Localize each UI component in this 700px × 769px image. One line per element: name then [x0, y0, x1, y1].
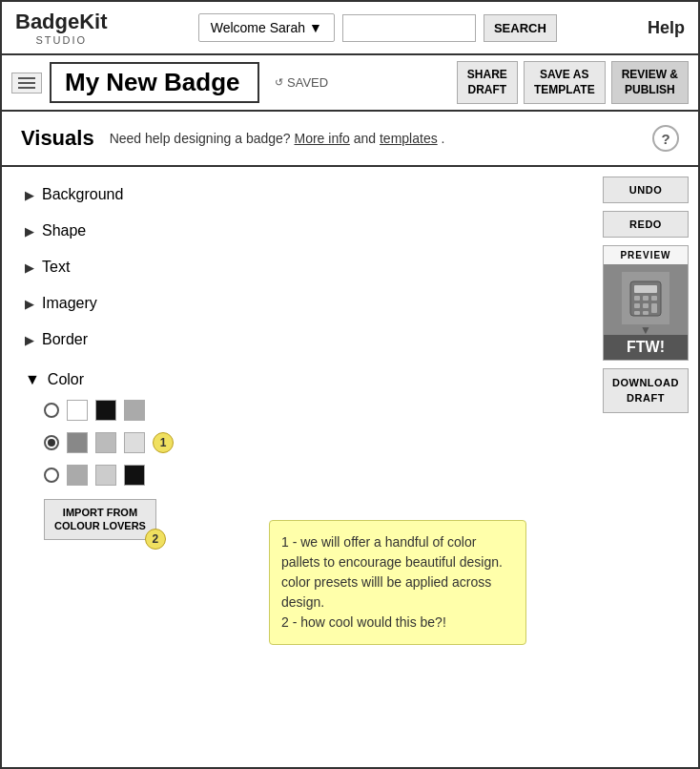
hamburger-menu-icon[interactable]: [11, 73, 42, 94]
undo-button[interactable]: UNDO: [603, 177, 689, 203]
help-button[interactable]: Help: [648, 18, 685, 38]
right-panel: UNDO REDO PREVIEW: [593, 167, 698, 711]
help-prefix: Need help designing a badge?: [110, 131, 291, 146]
more-info-link[interactable]: More info: [294, 131, 349, 146]
text-section[interactable]: ▶ Text: [21, 249, 574, 285]
logo-name: BadgeKit: [15, 10, 108, 34]
dropdown-arrow-icon: ▼: [309, 20, 322, 35]
top-bar: BadgeKit STUDIO Welcome Sarah ▼ SEARCH H…: [2, 2, 698, 55]
import-btn-area: IMPORT FROMCOLOUR LOVERS 2: [44, 499, 156, 540]
import-from-colour-lovers-button[interactable]: IMPORT FROMCOLOUR LOVERS: [44, 499, 156, 540]
badge-title[interactable]: My New Badge: [50, 62, 259, 103]
welcome-dropdown[interactable]: Welcome Sarah ▼: [198, 13, 335, 42]
toolbar-right: SHAREDRAFT SAVE ASTEMPLATE REVIEW &PUBLI…: [457, 61, 689, 104]
import-badge-2: 2: [145, 529, 166, 550]
svg-rect-1: [634, 285, 657, 293]
menu-line: [18, 77, 35, 79]
imagery-label: Imagery: [42, 295, 97, 312]
menu-line: [18, 87, 35, 89]
border-label: Border: [42, 331, 88, 348]
save-as-template-button[interactable]: SAVE ASTEMPLATE: [524, 61, 606, 104]
swatch-3-1: [67, 465, 88, 486]
svg-rect-7: [651, 303, 657, 313]
palette-radio-3[interactable]: [44, 468, 59, 483]
swatch-3-3: [124, 465, 145, 486]
color-label: Color: [48, 371, 84, 388]
palette-row-2: 1: [44, 426, 570, 459]
palette-radio-1[interactable]: [44, 403, 59, 418]
swatch-3-2: [95, 465, 116, 486]
preview-label: PREVIEW: [616, 246, 674, 264]
swatch-2-3: [124, 432, 145, 453]
swatch-2-1: [67, 432, 88, 453]
preview-box: PREVIEW FTW!: [603, 245, 689, 361]
color-section: ▼ Color 1: [21, 358, 574, 548]
top-center: Welcome Sarah ▼ SEARCH: [198, 13, 557, 42]
svg-rect-6: [643, 303, 649, 308]
palette-radio-2[interactable]: [44, 435, 59, 450]
shape-arrow-icon: ▶: [25, 224, 34, 239]
main-content: ▶ Background ▶ Shape ▶ Text ▶ Imagery ▶ …: [2, 167, 698, 711]
svg-rect-3: [643, 296, 649, 301]
download-line1: DOWNLOAD: [612, 377, 679, 388]
templates-link[interactable]: templates: [380, 131, 438, 146]
color-arrow-icon: ▼: [25, 371, 40, 388]
tooltip-text: 1 - we will offer a handful of color pal…: [281, 534, 503, 630]
search-input[interactable]: [342, 14, 476, 42]
redo-button[interactable]: REDO: [603, 211, 689, 238]
imagery-section[interactable]: ▶ Imagery: [21, 285, 574, 322]
logo-area: BadgeKit STUDIO: [15, 10, 108, 46]
swatch-1-2: [95, 400, 116, 421]
search-button[interactable]: SEARCH: [484, 14, 557, 42]
saved-icon: ↺: [275, 76, 283, 89]
saved-status: ↺ SAVED: [275, 75, 328, 90]
shape-section[interactable]: ▶ Shape: [21, 213, 574, 249]
svg-rect-8: [634, 311, 640, 315]
background-section[interactable]: ▶ Background: [21, 177, 574, 213]
logo-sub: STUDIO: [15, 34, 108, 46]
border-arrow-icon: ▶: [25, 333, 34, 347]
download-draft-button[interactable]: DOWNLOAD DRAFT: [603, 368, 689, 413]
preview-ftw-label: FTW!: [604, 335, 688, 360]
swatch-1-1: [67, 400, 88, 421]
tooltip: 1 - we will offer a handful of color pal…: [269, 520, 526, 645]
review-publish-button[interactable]: REVIEW &PUBLISH: [611, 61, 689, 104]
svg-rect-4: [651, 296, 657, 301]
calculator-icon: [622, 272, 669, 324]
saved-text: SAVED: [287, 75, 328, 90]
visuals-header: Visuals Need help designing a badge? Mor…: [2, 112, 698, 167]
palette-row-1: [44, 394, 570, 426]
menu-line: [18, 82, 35, 84]
color-palettes: 1: [44, 394, 570, 491]
visuals-title: Visuals: [21, 126, 94, 151]
palette-row-3: [44, 459, 570, 491]
svg-rect-9: [643, 311, 649, 315]
text-arrow-icon: ▶: [25, 260, 34, 275]
swatch-2-2: [95, 432, 116, 453]
calc-svg: [628, 280, 663, 318]
svg-rect-2: [634, 296, 640, 301]
download-line2: DRAFT: [627, 392, 665, 404]
and-text: and: [354, 131, 376, 146]
help-circle-icon[interactable]: ?: [652, 125, 679, 152]
period: .: [442, 131, 445, 146]
left-panel: ▶ Background ▶ Shape ▶ Text ▶ Imagery ▶ …: [2, 167, 593, 711]
visuals-help-text: Need help designing a badge? More info a…: [110, 131, 445, 146]
background-label: Background: [42, 186, 123, 203]
imagery-arrow-icon: ▶: [25, 297, 34, 311]
share-draft-button[interactable]: SHAREDRAFT: [457, 61, 518, 104]
swatch-1-3: [124, 400, 145, 421]
preview-image: FTW!: [604, 264, 688, 360]
shape-label: Shape: [42, 222, 86, 239]
color-section-header[interactable]: ▼ Color: [25, 365, 570, 394]
palette-badge-1: 1: [153, 432, 174, 453]
svg-rect-5: [634, 303, 640, 308]
second-bar: My New Badge ↺ SAVED SHAREDRAFT SAVE AST…: [2, 55, 698, 112]
welcome-label: Welcome Sarah: [211, 20, 305, 35]
border-section[interactable]: ▶ Border: [21, 322, 574, 358]
text-label: Text: [42, 259, 70, 276]
background-arrow-icon: ▶: [25, 188, 34, 202]
